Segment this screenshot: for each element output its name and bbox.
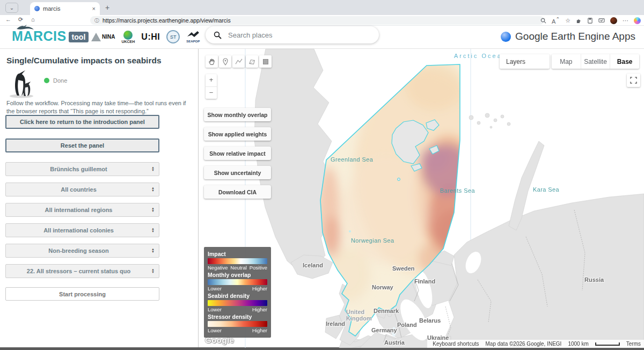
extensions-icon[interactable] bbox=[576, 18, 582, 24]
browser-window: ⌄ marcis × + ← ⟳ ⌂ ⓘ https://marcis.proj… bbox=[0, 0, 644, 350]
site-info-icon[interactable]: ⓘ bbox=[94, 17, 99, 24]
map-legend: Impact Negative Neutral Positive Monthly… bbox=[204, 247, 271, 338]
show-monthly-overlap-button[interactable]: Show monthly overlap bbox=[204, 108, 271, 121]
tab-close-icon[interactable]: × bbox=[92, 5, 96, 12]
pan-hand-tool[interactable] bbox=[206, 55, 218, 68]
map-data-text: Map data ©2026 Google, INEGI bbox=[486, 341, 562, 347]
fullscreen-button[interactable] bbox=[627, 74, 640, 87]
workflow-note: Follow the workflow. Processing may take… bbox=[6, 99, 187, 116]
select-regions[interactable]: All international regions ▲▼ bbox=[5, 203, 159, 217]
marcis-logo: MARCIS tool bbox=[12, 29, 89, 43]
read-aloud-icon[interactable]: A⌃ bbox=[552, 14, 560, 26]
select-colonies[interactable]: All international colonies ▲▼ bbox=[5, 223, 159, 237]
gee-apps-logo: Google Earth Engine Apps bbox=[501, 31, 635, 42]
satellite-type-button[interactable]: Satellite bbox=[581, 54, 611, 69]
layers-button[interactable]: Layers bbox=[500, 54, 550, 69]
zoom-control: + − bbox=[206, 74, 217, 99]
settings-more-icon[interactable]: ⋯ bbox=[623, 16, 628, 25]
select-season[interactable]: Non-breeding season ▲▼ bbox=[5, 244, 159, 258]
address-field[interactable]: ⓘ https://marcis.projects.earthengine.ap… bbox=[90, 16, 544, 25]
back-icon[interactable]: ← bbox=[5, 16, 11, 23]
terms-link[interactable]: Terms bbox=[626, 341, 641, 347]
collections-icon[interactable] bbox=[587, 18, 593, 24]
select-species[interactable]: Brünnichs guillemot ▲▼ bbox=[5, 162, 159, 176]
browser-action-icons: A⌃ ☆ ⋯ bbox=[540, 16, 641, 25]
partner-logo-uhi: U:HI bbox=[141, 32, 160, 42]
status-row: Done bbox=[44, 77, 67, 84]
legend-overlap-title: Monthly overlap bbox=[208, 272, 267, 278]
browser-essentials-icon[interactable] bbox=[598, 18, 605, 24]
download-cia-button[interactable]: Download CIA bbox=[204, 185, 271, 199]
ukceh-globe-icon bbox=[123, 31, 133, 40]
partner-logo-seatrack: ST bbox=[166, 30, 180, 43]
legend-stressor-title: Stressor density bbox=[208, 313, 267, 320]
spinner-icon: ▲▼ bbox=[151, 268, 159, 274]
legend-stressor-labels: Lower Higher bbox=[208, 327, 267, 333]
zoom-in-button[interactable]: + bbox=[206, 74, 217, 87]
profile-avatar[interactable] bbox=[610, 17, 617, 24]
spinner-icon: ▲▼ bbox=[151, 187, 159, 192]
spinner-icon: ▲▼ bbox=[151, 166, 159, 172]
seapop-bird-icon bbox=[187, 31, 200, 40]
select-countries[interactable]: All countries ▲▼ bbox=[5, 183, 159, 196]
partner-logos: NINA UKCEH U:HI ST SEAPOP bbox=[91, 30, 200, 43]
legend-impact-gradient bbox=[208, 258, 267, 264]
show-uncertainty-button[interactable]: Show uncertainty bbox=[204, 166, 271, 179]
base-type-button[interactable]: Base bbox=[610, 54, 639, 69]
legend-impact-labels: Negative Neutral Positive bbox=[208, 265, 267, 271]
polygon-tool[interactable] bbox=[246, 55, 258, 68]
tab-strip: ⌄ marcis × + bbox=[0, 0, 644, 15]
select-species-value: Brünnichs guillemot bbox=[6, 166, 151, 172]
map-type-button[interactable]: Map bbox=[552, 54, 581, 69]
tab-search-chevron-icon[interactable]: ⌄ bbox=[5, 3, 18, 13]
panel-title: Single/Cumulative impacts on seabirds bbox=[6, 56, 162, 65]
refresh-icon[interactable]: ⟳ bbox=[18, 16, 23, 23]
favorites-star-icon[interactable]: ☆ bbox=[565, 16, 570, 25]
partner-logo-seapop: SEAPOP bbox=[186, 31, 200, 43]
spinner-icon: ▲▼ bbox=[151, 228, 159, 233]
spinner-icon: ▲▼ bbox=[151, 248, 159, 253]
drawing-toolbar bbox=[206, 55, 272, 68]
home-icon[interactable]: ⌂ bbox=[31, 16, 35, 23]
zoom-page-icon[interactable] bbox=[540, 18, 546, 24]
url-bar: ← ⟳ ⌂ ⓘ https://marcis.projects.eartheng… bbox=[0, 15, 644, 26]
scale-text: 1000 km bbox=[568, 341, 588, 347]
marker-tool[interactable] bbox=[219, 55, 231, 68]
tab-title: marcis bbox=[43, 5, 89, 12]
status-label: Done bbox=[53, 77, 67, 84]
status-dot-icon bbox=[44, 78, 49, 83]
map-canvas[interactable]: Arctic OceanGreenland SeaBarents SeaKara… bbox=[199, 49, 644, 348]
url-text: https://marcis.projects.earthengine.app/… bbox=[103, 17, 231, 24]
browser-tab[interactable]: marcis × bbox=[30, 2, 100, 15]
show-applied-weights-button[interactable]: Show applied weights bbox=[204, 127, 271, 141]
partner-logo-ukceh: UKCEH bbox=[121, 31, 135, 43]
rectangle-tool[interactable] bbox=[259, 55, 272, 68]
select-stressors[interactable]: 22. All stressors – current status quo ▲… bbox=[5, 264, 159, 278]
legend-impact-title: Impact bbox=[208, 251, 267, 257]
line-tool[interactable] bbox=[232, 55, 245, 68]
zoom-out-button[interactable]: − bbox=[206, 87, 217, 99]
basemap-switcher: Map Satellite Base bbox=[552, 54, 639, 69]
select-season-value: Non-breeding season bbox=[6, 247, 151, 254]
seabird-illustration bbox=[8, 69, 35, 98]
spinner-icon: ▲▼ bbox=[151, 207, 159, 213]
sidebar-panel: Single/Cumulative impacts on seabirds Do… bbox=[0, 49, 199, 348]
return-intro-button[interactable]: Click here to return to the introduction… bbox=[5, 115, 159, 129]
tab-favicon-icon bbox=[34, 6, 40, 11]
start-processing-button[interactable]: Start processing bbox=[5, 287, 159, 301]
reset-panel-button[interactable]: Reset the panel bbox=[5, 138, 159, 152]
copilot-icon[interactable] bbox=[634, 17, 641, 24]
partner-logo-nina: NINA bbox=[91, 33, 115, 41]
new-tab-button[interactable]: + bbox=[105, 3, 109, 12]
select-regions-value: All international regions bbox=[6, 207, 151, 213]
legend-overlap-labels: Lower Higher bbox=[208, 286, 267, 291]
legend-seabird-gradient bbox=[208, 300, 267, 306]
map-attribution-bar: Keyboard shortcuts Map data ©2026 Google… bbox=[427, 340, 644, 348]
select-countries-value: All countries bbox=[6, 186, 151, 193]
legend-seabird-title: Seabird density bbox=[208, 293, 267, 299]
search-placeholder: Search places bbox=[228, 31, 272, 39]
keyboard-shortcuts-link[interactable]: Keyboard shortcuts bbox=[433, 341, 479, 347]
search-places-bar[interactable]: Search places bbox=[206, 26, 379, 43]
show-relative-impact-button[interactable]: Show relative impact bbox=[204, 147, 271, 160]
select-colonies-value: All international colonies bbox=[6, 227, 151, 234]
